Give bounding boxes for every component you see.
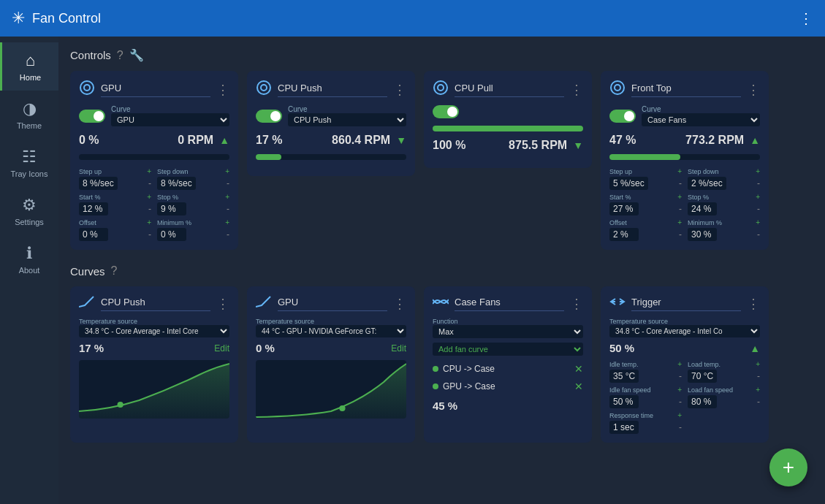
titlebar-menu-button[interactable]: ⋮ (799, 9, 813, 27)
trigger-card-menu[interactable]: ⋮ (747, 296, 760, 312)
front-top-card-menu[interactable]: ⋮ (747, 82, 760, 98)
front-top-offset-minus[interactable]: - (679, 229, 682, 240)
cpu-push-temp-select[interactable]: 34.8 °C - Core Average - Intel Core (79, 325, 229, 337)
gpu-curve-select[interactable]: GPU (111, 113, 229, 126)
front-top-param-stop: Stop % + 24 %- (688, 193, 760, 215)
front-top-param-offset: Offset + 2 %- (609, 218, 682, 241)
add-fab-button[interactable]: + (769, 448, 807, 486)
front-top-arrow[interactable]: ▲ (750, 134, 760, 146)
gpu-stop-minus[interactable]: - (227, 204, 229, 214)
sidebar-item-home[interactable]: ⌂ Home (0, 42, 58, 91)
front-top-stop-plus[interactable]: + (756, 193, 760, 201)
gpu-start-minus[interactable]: - (148, 204, 151, 214)
controls-help-icon[interactable]: ? (117, 49, 123, 62)
svg-point-9 (339, 405, 345, 411)
trigger-load-fan-minus[interactable]: - (757, 397, 760, 407)
fan-link-gpu-case: GPU -> Case ✕ (433, 379, 583, 394)
cpu-pull-toggle[interactable] (433, 105, 459, 118)
gpu-curve-edit[interactable]: Edit (391, 343, 406, 354)
control-card-front-top: Front Top ⋮ Curve Case Fans 47 % 773.2 R… (601, 71, 769, 250)
front-top-curve-select[interactable]: Case Fans (642, 113, 760, 126)
gpu-curve-menu[interactable]: ⋮ (393, 296, 406, 312)
trigger-load-temp-minus[interactable]: - (757, 371, 760, 381)
gpu-offset-minus[interactable]: - (148, 229, 151, 240)
cpu-push-curve-menu[interactable]: ⋮ (216, 296, 229, 312)
front-top-stepup-plus[interactable]: + (677, 167, 682, 175)
trigger-idle-temp-minus[interactable]: - (679, 371, 682, 381)
trigger-load-temp-plus[interactable]: + (756, 360, 760, 368)
front-top-progress-bar (609, 154, 760, 160)
case-fans-add-select[interactable]: Add fan curve (433, 343, 583, 356)
cpu-push-card-menu[interactable]: ⋮ (393, 82, 406, 98)
trigger-response-plus[interactable]: + (677, 411, 682, 419)
trigger-load-fan-plus[interactable]: + (756, 386, 760, 394)
sidebar-item-theme[interactable]: ◑ Theme (0, 91, 58, 139)
gpu-case-remove[interactable]: ✕ (574, 381, 583, 392)
trigger-card-header: Trigger ⋮ (609, 295, 760, 312)
main-layout: ⌂ Home ◑ Theme ☷ Tray Icons ⚙ Settings ℹ… (0, 37, 825, 504)
trigger-arrow[interactable]: ▲ (750, 343, 760, 354)
front-top-min-minus[interactable]: - (757, 229, 760, 240)
trigger-idle-fan-minus[interactable]: - (679, 397, 682, 407)
cpu-push-curve-icon (79, 295, 95, 312)
gpu-arrow[interactable]: ▲ (219, 134, 229, 146)
sidebar-item-about[interactable]: ℹ About (0, 235, 58, 283)
gpu-stepdown-plus[interactable]: + (225, 167, 229, 175)
cpu-push-arrow[interactable]: ▼ (396, 134, 406, 146)
svg-point-6 (611, 81, 624, 94)
gpu-offset-label: Offset + (79, 218, 151, 226)
gpu-card-menu[interactable]: ⋮ (216, 82, 229, 98)
front-top-stepup-label: Step up + (609, 167, 682, 175)
gpu-progress-bar (79, 154, 229, 160)
gpu-stepup-minus[interactable]: - (148, 178, 151, 188)
front-top-start-minus[interactable]: - (679, 204, 682, 214)
trigger-idle-fan-plus[interactable]: + (677, 386, 682, 394)
gpu-min-plus[interactable]: + (225, 218, 229, 226)
gpu-start-plus[interactable]: + (147, 193, 151, 201)
curves-help-icon[interactable]: ? (111, 264, 118, 278)
cpu-pull-slider[interactable] (433, 126, 583, 131)
case-fans-curve-icon (433, 295, 449, 312)
front-top-start-plus[interactable]: + (677, 193, 682, 201)
cpu-push-toggle[interactable] (256, 110, 282, 123)
controls-title: Controls (70, 49, 111, 61)
cpu-pull-arrow[interactable]: ▼ (573, 140, 583, 151)
gpu-min-minus[interactable]: - (227, 229, 229, 240)
cpu-pull-card-menu[interactable]: ⋮ (570, 82, 583, 98)
case-fans-function-select[interactable]: Max (433, 325, 583, 338)
sidebar: ⌂ Home ◑ Theme ☷ Tray Icons ⚙ Settings ℹ… (0, 37, 58, 504)
trigger-idle-temp-plus[interactable]: + (677, 360, 682, 368)
app-icon: ✳ (12, 9, 25, 28)
gpu-stepdown-minus[interactable]: - (227, 178, 229, 188)
gpu-stop-plus[interactable]: + (225, 193, 229, 201)
case-fans-card-menu[interactable]: ⋮ (570, 296, 583, 312)
sidebar-item-tray-icons[interactable]: ☷ Tray Icons (0, 139, 58, 187)
gpu-stepup-plus[interactable]: + (147, 167, 151, 175)
gpu-param-offset: Offset + 0 %- (79, 218, 151, 241)
about-icon: ℹ (26, 244, 32, 263)
front-top-stop-minus[interactable]: - (757, 204, 760, 214)
trigger-temp-select[interactable]: 34.8 °C - Core Average - Intel Co (609, 325, 760, 337)
trigger-response-minus[interactable]: - (679, 422, 682, 432)
front-top-toggle[interactable] (609, 110, 636, 123)
cpu-case-remove[interactable]: ✕ (574, 363, 583, 375)
controls-settings-icon[interactable]: 🔧 (129, 48, 144, 62)
front-top-stepdown-plus[interactable]: + (756, 167, 760, 175)
front-top-start-val: 27 % (609, 202, 639, 215)
front-top-offset-label: Offset + (609, 218, 682, 226)
trigger-idle-temp-val: 35 °C (609, 370, 639, 383)
gpu-param-stepdown: Step down + 8 %/sec- (157, 167, 229, 190)
sidebar-item-settings[interactable]: ⚙ Settings (0, 187, 58, 235)
gpu-temp-select[interactable]: 44 °C - GPU - NVIDIA GeForce GT: (256, 325, 406, 337)
front-top-min-plus[interactable]: + (756, 218, 760, 226)
gpu-offset-plus[interactable]: + (147, 218, 151, 226)
front-top-offset-plus[interactable]: + (677, 218, 682, 226)
front-top-stepdown-minus[interactable]: - (757, 178, 760, 188)
cpu-push-curve-edit[interactable]: Edit (214, 343, 229, 354)
front-top-stepup-minus[interactable]: - (679, 178, 682, 188)
trigger-curve-icon (609, 295, 626, 312)
cpu-push-percent: 17 % (256, 134, 289, 147)
trigger-load-fan-val: 80 % (688, 395, 717, 408)
cpu-push-curve-select[interactable]: CPU Push (288, 113, 406, 126)
gpu-toggle[interactable] (79, 110, 105, 123)
